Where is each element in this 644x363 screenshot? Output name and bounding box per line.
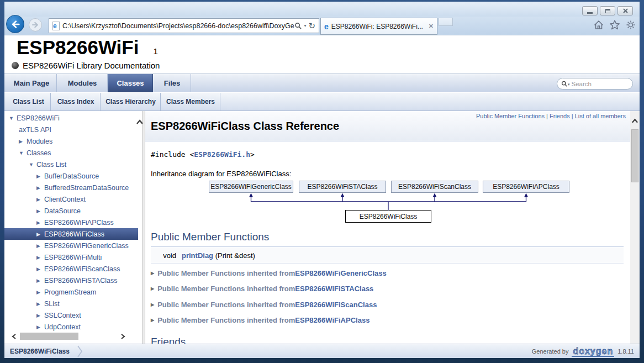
tab-class-hierarchy[interactable]: Class Hierarchy: [101, 93, 161, 111]
diagram-node-apclass[interactable]: ESP8266WiFiAPClass: [483, 181, 569, 193]
search-icon[interactable]: [561, 81, 567, 87]
tree-arrow-icon[interactable]: ▶: [19, 139, 27, 144]
diagram-node-staclass[interactable]: ESP8266WiFiSTAClass: [299, 181, 386, 193]
inherit-prefix: Public Member Functions inherited from: [157, 269, 295, 277]
tab-classes[interactable]: Classes: [108, 74, 153, 92]
tree-item-esp8266wifi[interactable]: ▼ESP8266WiFi: [4, 112, 138, 124]
tree-arrow-icon[interactable]: ▶: [36, 243, 44, 249]
member-link-printdiag[interactable]: printDiag: [182, 251, 213, 260]
search-options-icon[interactable]: ▾: [568, 82, 570, 87]
doc-content: Public Member Functions | Friends | List…: [145, 111, 630, 344]
tree-item-classes[interactable]: ▼Classes: [4, 147, 138, 159]
include-file-link[interactable]: ESP8266WiFi.h: [194, 150, 250, 159]
restore-button[interactable]: [600, 6, 615, 15]
minimize-button[interactable]: [582, 6, 598, 15]
tree-arrow-icon[interactable]: ▼: [9, 115, 17, 121]
tree-item-esp8266wifiscanclass[interactable]: ▶ESP8266WiFiScanClass: [4, 263, 138, 275]
tab-files[interactable]: Files: [154, 74, 191, 92]
tree-item-progmemstream[interactable]: ▶ProgmemStream: [4, 286, 138, 298]
tree-item-esp8266wifimulti[interactable]: ▶ESP8266WiFiMulti: [4, 251, 138, 263]
summary-link-public-member-functions[interactable]: Public Member Functions: [476, 113, 545, 119]
home-button[interactable]: [592, 18, 605, 31]
tree-item-slist[interactable]: ▶SList: [4, 298, 138, 309]
diagram-node-genericclass[interactable]: ESP8266WiFiGenericClass: [209, 181, 293, 193]
doxygen-logo[interactable]: doxygen: [572, 346, 614, 357]
doxygen-version: 1.8.11: [617, 348, 634, 355]
scroll-up-icon[interactable]: [631, 118, 638, 124]
refresh-icon[interactable]: ↻: [308, 22, 315, 30]
generated-by-label: Generated by: [532, 348, 569, 355]
inherit-link-staclass[interactable]: ESP8266WiFiSTAClass: [295, 285, 373, 293]
browser-tab[interactable]: e ESP8266WiFi: ESP8266WiFi... ✕: [320, 18, 437, 35]
tree-arrow-icon[interactable]: ▶: [36, 313, 44, 318]
tree-item-esp8266wificlass[interactable]: ▶ESP8266WiFiClass: [4, 228, 138, 240]
tree-item-esp8266wifistaclass[interactable]: ▶ESP8266WiFiSTAClass: [4, 275, 138, 286]
inherit-header-apclass[interactable]: ▶Public Member Functions inherited from …: [151, 314, 369, 326]
tree-label: DataSource: [44, 207, 81, 215]
inherit-link-scanclass[interactable]: ESP8266WiFiScanClass: [295, 301, 377, 309]
back-button[interactable]: [6, 15, 24, 33]
tree-item-modules[interactable]: ▶Modules: [4, 135, 138, 147]
diagram-node-wificlass[interactable]: ESP8266WiFiClass: [345, 210, 431, 223]
inherit-prefix: Public Member Functions inherited from: [157, 285, 295, 293]
tree-arrow-icon[interactable]: ▶: [36, 197, 44, 202]
tree-item-udpcontext[interactable]: ▶UdpContext: [4, 321, 138, 333]
tree-item-axtls-api[interactable]: axTLS API: [4, 124, 138, 135]
diagram-node-scanclass[interactable]: ESP8266WiFiScanClass: [391, 181, 478, 193]
tree-arrow-icon[interactable]: ▼: [19, 150, 27, 156]
address-bar[interactable]: e ▾ ↻: [49, 18, 319, 33]
tree-scroll-right-icon[interactable]: [119, 333, 126, 340]
tab-close-icon[interactable]: ✕: [429, 23, 434, 30]
summary-link-friends[interactable]: Friends: [550, 113, 570, 119]
search-dropdown-icon[interactable]: ▾: [304, 23, 306, 28]
search-input[interactable]: [572, 81, 629, 87]
tree-arrow-icon[interactable]: ▶: [36, 255, 44, 260]
favorites-button[interactable]: [608, 18, 621, 31]
settings-button[interactable]: [624, 18, 637, 31]
tree-arrow-icon[interactable]: ▶: [36, 208, 44, 214]
tab-modules[interactable]: Modules: [57, 74, 108, 92]
forward-button[interactable]: [29, 18, 42, 31]
search-icon[interactable]: [294, 22, 302, 29]
search-box[interactable]: ▾: [557, 78, 633, 90]
tree-item-esp8266wifiapclass[interactable]: ▶ESP8266WiFiAPClass: [4, 217, 138, 228]
tab-class-members[interactable]: Class Members: [161, 93, 220, 111]
tab-class-index[interactable]: Class Index: [51, 93, 101, 111]
tree-item-clientcontext[interactable]: ▶ClientContext: [4, 193, 138, 205]
tree-scroll-left-icon[interactable]: [11, 333, 18, 340]
tree-item-esp8266wifigenericclass[interactable]: ▶ESP8266WiFiGenericClass: [4, 240, 138, 251]
inherit-link-genericclass[interactable]: ESP8266WiFiGenericClass: [295, 269, 386, 277]
inherit-header-genericclass[interactable]: ▶Public Member Functions inherited from …: [151, 267, 387, 279]
scrollbar-thumb[interactable]: [631, 129, 638, 182]
tree-arrow-icon[interactable]: ▶: [36, 301, 44, 307]
close-button[interactable]: [617, 6, 633, 15]
tab-main-page[interactable]: Main Page: [7, 74, 57, 92]
tree-arrow-icon[interactable]: ▶: [36, 220, 44, 225]
tree-arrow-icon[interactable]: ▼: [29, 162, 36, 167]
inheritance-caption: Inheritance diagram for ESP8266WiFiClass…: [151, 170, 291, 178]
url-input[interactable]: [62, 22, 294, 30]
summary-link-all-members[interactable]: List of all members: [575, 113, 626, 119]
tree-arrow-icon[interactable]: ▶: [36, 290, 44, 295]
tree-item-bufferedstreamdatasource[interactable]: ▶BufferedStreamDataSource: [4, 182, 138, 193]
tab-class-list[interactable]: Class List: [7, 93, 51, 111]
tree-hscrollbar-thumb[interactable]: [20, 333, 78, 340]
tree-arrow-icon[interactable]: ▶: [36, 278, 44, 283]
content-scrollbar[interactable]: [630, 111, 640, 344]
tree-arrow-icon[interactable]: ▶: [36, 173, 44, 179]
tree-arrow-icon[interactable]: ▶: [36, 185, 44, 191]
summary-links: Public Member Functions | Friends | List…: [476, 113, 626, 119]
tree-arrow-icon[interactable]: ▶: [36, 266, 44, 272]
tree-item-datasource[interactable]: ▶DataSource: [4, 205, 138, 217]
inherit-link-apclass[interactable]: ESP8266WiFiAPClass: [295, 316, 369, 324]
tree-item-bufferdatasource[interactable]: ▶BufferDataSource: [4, 170, 138, 182]
tree-arrow-icon[interactable]: ▶: [36, 232, 44, 237]
breadcrumb-esp8266wificlass[interactable]: ESP8266WiFiClass: [10, 348, 70, 355]
inherit-header-staclass[interactable]: ▶Public Member Functions inherited from …: [151, 282, 373, 294]
tree-item-class-list[interactable]: ▼Class List: [4, 159, 138, 170]
inherit-header-scanclass[interactable]: ▶Public Member Functions inherited from …: [151, 298, 377, 311]
tree-label: ESP8266WiFiScanClass: [44, 265, 120, 273]
new-tab-button[interactable]: [439, 18, 453, 26]
tree-arrow-icon[interactable]: ▶: [36, 324, 44, 330]
tree-item-sslcontext[interactable]: ▶SSLContext: [4, 309, 138, 321]
